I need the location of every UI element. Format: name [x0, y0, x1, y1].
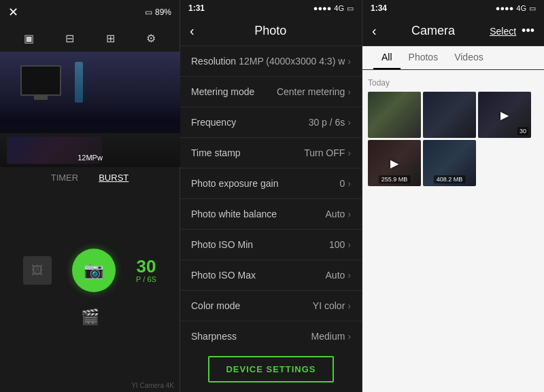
setting-row[interactable]: Photo white balance Auto ›: [180, 199, 362, 230]
camera-panel: ✕ ▭ 89% ▣ ⊟ ⊞ ⚙ 12MPw TIMER BURST 🖼: [0, 0, 180, 392]
settings-header: ‹ Photo: [180, 16, 362, 46]
setting-name: Color mode: [191, 300, 240, 311]
gallery-title: Camera: [377, 24, 490, 38]
settings-panel: 1:31 ●●●● 4G ▭ ‹ Photo Resolution 12MP (…: [180, 0, 362, 392]
desk-scene: [0, 52, 180, 167]
fps-unit: P / 6S: [136, 275, 156, 283]
mode2-icon[interactable]: ⊟: [65, 32, 74, 45]
gallery-tab-photos[interactable]: Photos: [401, 46, 447, 69]
gallery-status-time: 1:34: [371, 3, 387, 13]
chevron-right-icon: ›: [347, 117, 351, 128]
thumb-badge: 30: [517, 127, 528, 135]
chevron-right-icon: ›: [347, 331, 351, 342]
camera-shutter-icon: 📷: [84, 261, 104, 280]
setting-row[interactable]: Frequency 30 p / 6s ›: [180, 107, 362, 138]
video-button[interactable]: 🎬: [75, 303, 104, 332]
settings-status-time: 1:31: [188, 3, 205, 13]
setting-row[interactable]: Resolution 12MP (4000x3000 4:3) w ›: [180, 46, 362, 77]
chevron-right-icon: ›: [347, 178, 351, 189]
setting-name: Time stamp: [191, 147, 241, 158]
setting-name: Frequency: [191, 117, 236, 128]
image-placeholder-icon: 🖼: [31, 264, 44, 278]
gallery-tabs: AllPhotosVideos: [362, 46, 544, 70]
setting-row[interactable]: Metering mode Center metering ›: [180, 77, 362, 107]
gallery-header: ‹ Camera Select •••: [362, 16, 544, 46]
setting-name: Photo white balance: [191, 209, 277, 219]
play-icon: ▶: [500, 109, 509, 122]
settings-status-icons: ●●●● 4G ▭: [313, 4, 354, 13]
gallery-item[interactable]: 408.2 MB: [423, 140, 476, 186]
video-icon: 🎬: [81, 308, 99, 326]
gallery-item[interactable]: [368, 92, 421, 138]
yi-watermark: YI Camera 4K: [131, 382, 174, 389]
desk-monitor: [20, 65, 61, 96]
burst-label[interactable]: BURST: [99, 173, 129, 183]
setting-name: Resolution: [191, 56, 236, 67]
fps-display: 30 P / 6S: [136, 257, 156, 283]
gallery-select-button[interactable]: Select: [490, 26, 516, 37]
settings-back-button[interactable]: ‹: [190, 23, 194, 39]
gallery-item[interactable]: ▶255.9 MB: [368, 140, 421, 186]
setting-name: Photo ISO Min: [191, 239, 253, 250]
desk-bottle: [75, 62, 83, 103]
gallery-tab-videos[interactable]: Videos: [446, 46, 492, 69]
close-icon[interactable]: ✕: [8, 5, 18, 20]
setting-name: Photo ISO Max: [191, 270, 256, 281]
settings-list: Resolution 12MP (4000x3000 4:3) w › Mete…: [180, 46, 362, 346]
setting-value: Turn OFF ›: [304, 147, 351, 158]
camera-controls: 🖼 📷 30 P / 6S 🎬: [0, 188, 180, 392]
chevron-right-icon: ›: [347, 239, 351, 250]
capture-button[interactable]: 📷: [72, 249, 116, 292]
setting-value: 30 p / 6s ›: [309, 117, 351, 128]
gallery-item[interactable]: [423, 92, 476, 138]
timer-label[interactable]: TIMER: [51, 173, 78, 183]
chevron-right-icon: ›: [347, 86, 351, 97]
fps-number: 30: [137, 257, 156, 275]
battery-icon-settings: ▭: [347, 4, 354, 13]
mode1-icon[interactable]: ▣: [24, 32, 34, 45]
desk-surface: [0, 133, 180, 167]
battery-icon: ▭: [145, 7, 152, 17]
setting-row[interactable]: Color mode YI color ›: [180, 291, 362, 321]
settings-icon[interactable]: ⚙: [146, 32, 156, 45]
setting-name: Metering mode: [191, 86, 254, 97]
gallery-body: Today ▶30▶255.9 MB408.2 MB: [362, 70, 544, 392]
battery-percentage: 89%: [155, 7, 171, 17]
chevron-right-icon: ›: [347, 270, 351, 281]
gallery-status-bar: 1:34 ●●●● 4G ▭: [362, 0, 544, 16]
setting-row[interactable]: Time stamp Turn OFF ›: [180, 138, 362, 168]
gallery-more-button[interactable]: •••: [522, 24, 534, 38]
setting-name: Sharpness: [191, 331, 237, 342]
setting-row[interactable]: Photo ISO Max Auto ›: [180, 260, 362, 291]
setting-value: Medium ›: [311, 331, 351, 342]
gallery-tab-all[interactable]: All: [373, 46, 401, 69]
signal-icon: ●●●●: [313, 4, 332, 12]
gallery-back-button[interactable]: ‹: [372, 23, 377, 39]
setting-value: 12MP (4000x3000 4:3) w ›: [239, 56, 351, 67]
setting-value: Auto ›: [326, 270, 351, 281]
chevron-right-icon: ›: [347, 56, 351, 67]
chevron-right-icon: ›: [347, 209, 351, 219]
controls-row: 🖼 📷 30 P / 6S: [0, 249, 180, 292]
chevron-right-icon: ›: [347, 147, 351, 158]
gallery-battery-icon: ▭: [529, 4, 536, 13]
network-type: 4G: [334, 4, 344, 12]
resolution-badge: 12MPw: [78, 154, 103, 162]
setting-row[interactable]: Photo ISO Min 100 ›: [180, 230, 362, 260]
setting-value: YI color ›: [313, 300, 351, 311]
setting-value: Center metering ›: [277, 86, 351, 97]
gallery-thumb[interactable]: 🖼: [23, 256, 52, 285]
setting-row[interactable]: Photo exposure gain 0 ›: [180, 168, 362, 199]
device-settings-button[interactable]: DEVICE SETTINGS: [208, 356, 333, 382]
gallery-item[interactable]: ▶30: [478, 92, 531, 138]
battery-status: ▭ 89%: [145, 7, 171, 17]
gallery-status-icons: ●●●● 4G ▭: [496, 4, 536, 13]
setting-value: 100 ›: [329, 239, 351, 250]
setting-value: 0 ›: [340, 178, 351, 189]
settings-status-bar: 1:31 ●●●● 4G ▭: [180, 0, 362, 16]
setting-row[interactable]: Sharpness Medium ›: [180, 321, 362, 346]
grid-icon[interactable]: ⊞: [106, 32, 115, 45]
gallery-grid: ▶30▶255.9 MB408.2 MB: [368, 92, 539, 186]
thumb-size-badge: 255.9 MB: [379, 175, 411, 183]
settings-title: Photo: [203, 24, 339, 38]
